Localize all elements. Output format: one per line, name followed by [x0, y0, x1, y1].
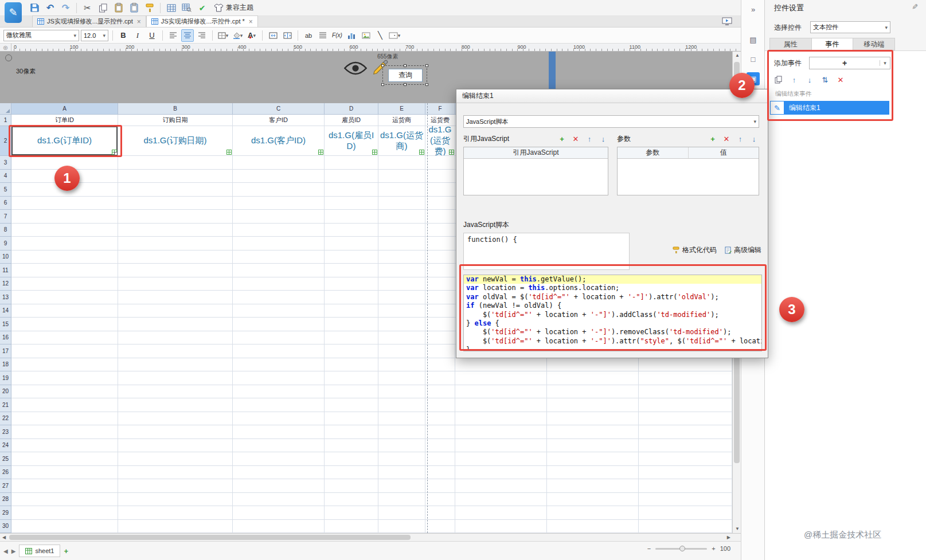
cell[interactable] [378, 506, 425, 520]
cell[interactable] [118, 520, 233, 534]
cut-button[interactable]: ✂ [80, 1, 95, 14]
cell[interactable] [425, 520, 455, 534]
cell[interactable] [547, 425, 639, 439]
align-right-button[interactable] [196, 29, 208, 42]
close-tab-icon[interactable]: × [137, 18, 141, 26]
cell[interactable] [425, 250, 455, 264]
format-code-button[interactable]: 格式化代码 [673, 245, 717, 255]
cell[interactable] [118, 183, 233, 197]
cell[interactable] [118, 304, 233, 318]
cell[interactable] [425, 197, 455, 210]
column-header[interactable]: C [233, 103, 325, 115]
cell[interactable]: 雇员ID [325, 115, 378, 126]
cell[interactable] [325, 466, 378, 480]
cell[interactable] [455, 371, 547, 385]
cell[interactable] [11, 304, 118, 318]
close-tab-icon[interactable]: × [249, 18, 253, 26]
cell[interactable] [325, 506, 378, 520]
cell[interactable] [425, 439, 455, 453]
cell[interactable] [547, 412, 639, 426]
cell[interactable] [378, 318, 425, 331]
tab-attributes[interactable]: 属性 [770, 38, 812, 50]
cell[interactable] [455, 479, 547, 493]
cell[interactable] [233, 264, 325, 277]
row-header[interactable]: 20 [0, 385, 11, 399]
copy-button[interactable] [96, 1, 110, 14]
cell[interactable] [11, 412, 118, 426]
cell[interactable] [425, 479, 455, 493]
cell[interactable] [233, 237, 325, 250]
cell[interactable] [233, 197, 325, 210]
cell[interactable] [378, 439, 425, 453]
cell[interactable] [378, 371, 425, 385]
cell[interactable] [425, 304, 455, 318]
cell[interactable] [455, 398, 547, 412]
cell[interactable] [325, 344, 378, 358]
cell[interactable] [378, 224, 425, 237]
preview-table-button[interactable] [179, 1, 194, 14]
cell[interactable] [233, 466, 325, 480]
cell[interactable] [233, 412, 325, 426]
cell[interactable] [425, 318, 455, 331]
align-left-button[interactable] [167, 29, 179, 42]
cell[interactable] [325, 304, 378, 318]
cell[interactable] [455, 412, 547, 426]
cell[interactable]: ds1.G(雇员ID) [325, 126, 378, 156]
cell[interactable] [11, 385, 118, 399]
row-header[interactable]: 24 [0, 439, 11, 453]
cell[interactable] [325, 291, 378, 304]
cell[interactable] [11, 318, 118, 331]
text-wrap-button[interactable]: ab [302, 29, 315, 42]
cell[interactable] [325, 331, 378, 345]
cell[interactable] [233, 170, 325, 183]
cell[interactable] [425, 452, 455, 466]
paste-button[interactable] [111, 1, 126, 14]
cell[interactable] [378, 264, 425, 277]
row-header[interactable]: 22 [0, 412, 11, 426]
cell[interactable] [378, 291, 425, 304]
cell[interactable] [233, 318, 325, 331]
cell[interactable]: 客户ID [233, 115, 325, 126]
hide-widget[interactable] [344, 61, 367, 77]
row-header[interactable]: 27 [0, 479, 11, 493]
app-logo-icon[interactable]: ✎ [5, 2, 22, 23]
collapse-panel-icon[interactable]: » [747, 3, 760, 16]
cell[interactable] [425, 358, 455, 372]
row-header[interactable]: 19 [0, 371, 11, 385]
cell[interactable] [325, 371, 378, 385]
cell[interactable] [233, 371, 325, 385]
row-header[interactable]: 21 [0, 398, 11, 412]
zoom-out-icon[interactable]: − [647, 545, 651, 552]
sheet-next-icon[interactable]: ▶ [11, 548, 16, 554]
cell[interactable] [425, 344, 455, 358]
cell[interactable] [639, 520, 732, 534]
report-settings-icon[interactable] [5, 54, 12, 61]
cell[interactable] [11, 520, 118, 534]
cell[interactable] [378, 183, 425, 197]
cell[interactable] [118, 250, 233, 264]
zoom-in-icon[interactable]: + [712, 545, 715, 552]
format-painter-button[interactable] [142, 1, 157, 14]
cell[interactable] [425, 425, 455, 439]
selection-handle[interactable] [425, 83, 428, 86]
cell[interactable] [325, 318, 378, 331]
query-button[interactable]: 查询 [388, 69, 423, 82]
row-header[interactable]: 17 [0, 344, 11, 358]
row-header[interactable]: 10 [0, 250, 11, 264]
insert-image-button[interactable] [360, 29, 372, 42]
cell[interactable] [425, 506, 455, 520]
cell[interactable] [118, 506, 233, 520]
cell[interactable] [547, 452, 639, 466]
cell[interactable] [233, 506, 325, 520]
borders-button[interactable]: ▾ [217, 29, 229, 42]
cell[interactable] [233, 452, 325, 466]
sheet-tab[interactable]: sheet1 [19, 545, 60, 557]
cell[interactable] [547, 493, 639, 507]
cell[interactable] [233, 425, 325, 439]
cell[interactable] [11, 493, 118, 507]
cell[interactable] [639, 506, 732, 520]
cell[interactable] [11, 398, 118, 412]
cell[interactable] [325, 250, 378, 264]
cell[interactable] [455, 466, 547, 480]
cell[interactable] [118, 224, 233, 237]
